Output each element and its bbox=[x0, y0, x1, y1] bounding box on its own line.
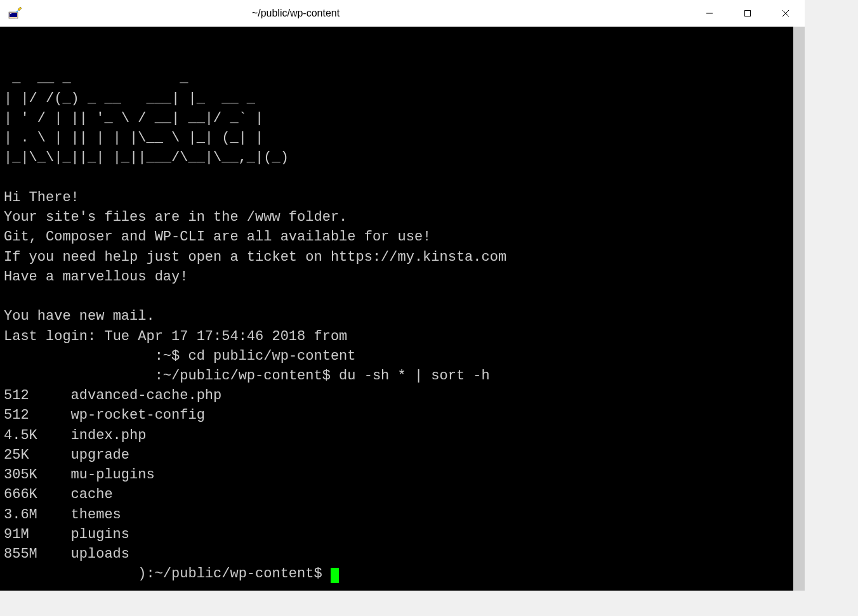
du-row: 305Kmu-plugins bbox=[4, 465, 789, 485]
file-name: index.php bbox=[71, 426, 147, 445]
file-size: 25K bbox=[4, 445, 71, 465]
prompt-indent bbox=[4, 348, 155, 364]
du-row: 91Mplugins bbox=[4, 525, 789, 544]
du-row: 3.6Mthemes bbox=[4, 505, 789, 525]
file-size: 305K bbox=[4, 465, 71, 485]
vertical-scrollbar[interactable] bbox=[793, 27, 805, 591]
prompt-indent bbox=[4, 368, 155, 384]
file-size: 91M bbox=[4, 525, 71, 544]
file-name: plugins bbox=[71, 525, 129, 544]
shell-prompt: :~$ bbox=[155, 348, 188, 364]
shell-prompt: ):~/public/wp-content$ bbox=[138, 566, 331, 582]
command-text: du -sh * | sort -h bbox=[339, 368, 490, 384]
titlebar[interactable]: ~/public/wp-content bbox=[0, 0, 805, 27]
file-name: mu-plugins bbox=[71, 465, 155, 485]
terminal-output[interactable]: _ __ _ _ | |/ /(_) _ __ ___| |_ __ _ | '… bbox=[0, 27, 793, 591]
close-button[interactable] bbox=[767, 0, 805, 27]
file-size: 3.6M bbox=[4, 505, 71, 525]
command-text: cd public/wp-content bbox=[188, 348, 355, 364]
du-row: 855Muploads bbox=[4, 544, 789, 564]
terminal-window: ~/public/wp-content _ __ _ _ | |/ /(_) _… bbox=[0, 0, 805, 591]
last-login: Last login: Tue Apr 17 17:54:46 2018 fro… bbox=[4, 329, 347, 344]
file-size: 4.5K bbox=[4, 426, 71, 445]
motd-line: If you need help just open a ticket on h… bbox=[4, 249, 506, 265]
mail-notice: You have new mail. bbox=[4, 308, 155, 324]
motd-line: Have a marvellous day! bbox=[4, 269, 188, 285]
motd-line: Hi There! bbox=[4, 190, 79, 206]
motd-line: Your site's files are in the /www folder… bbox=[4, 209, 347, 225]
file-name: uploads bbox=[71, 544, 129, 564]
prompt-indent bbox=[4, 566, 138, 582]
du-row: 25Kupgrade bbox=[4, 445, 789, 465]
du-output-list: 512advanced-cache.php512wp-rocket-config… bbox=[4, 386, 789, 564]
motd-line: Git, Composer and WP-CLI are all availab… bbox=[4, 229, 431, 245]
file-name: cache bbox=[71, 485, 113, 504]
file-size: 855M bbox=[4, 544, 71, 564]
window-title: ~/public/wp-content bbox=[0, 8, 690, 19]
terminal-cursor bbox=[331, 568, 339, 583]
terminal-container: _ __ _ _ | |/ /(_) _ __ ___| |_ __ _ | '… bbox=[0, 27, 805, 591]
window-controls bbox=[690, 0, 805, 27]
du-row: 512advanced-cache.php bbox=[4, 386, 789, 405]
ascii-art-banner: _ __ _ _ | |/ /(_) _ __ ___| |_ __ _ | '… bbox=[4, 70, 289, 166]
file-name: advanced-cache.php bbox=[71, 386, 222, 405]
scrollbar-thumb[interactable] bbox=[793, 27, 805, 591]
maximize-button[interactable] bbox=[729, 0, 767, 27]
file-size: 512 bbox=[4, 386, 71, 405]
file-name: themes bbox=[71, 505, 121, 525]
du-row: 666Kcache bbox=[4, 485, 789, 504]
file-name: upgrade bbox=[71, 445, 129, 465]
du-row: 4.5Kindex.php bbox=[4, 426, 789, 445]
du-row: 512wp-rocket-config bbox=[4, 405, 789, 425]
file-name: wp-rocket-config bbox=[71, 405, 205, 425]
minimize-button[interactable] bbox=[690, 0, 729, 27]
shell-prompt: :~/public/wp-content$ bbox=[155, 368, 339, 384]
svg-rect-6 bbox=[745, 11, 751, 16]
file-size: 666K bbox=[4, 485, 71, 504]
file-size: 512 bbox=[4, 405, 71, 425]
